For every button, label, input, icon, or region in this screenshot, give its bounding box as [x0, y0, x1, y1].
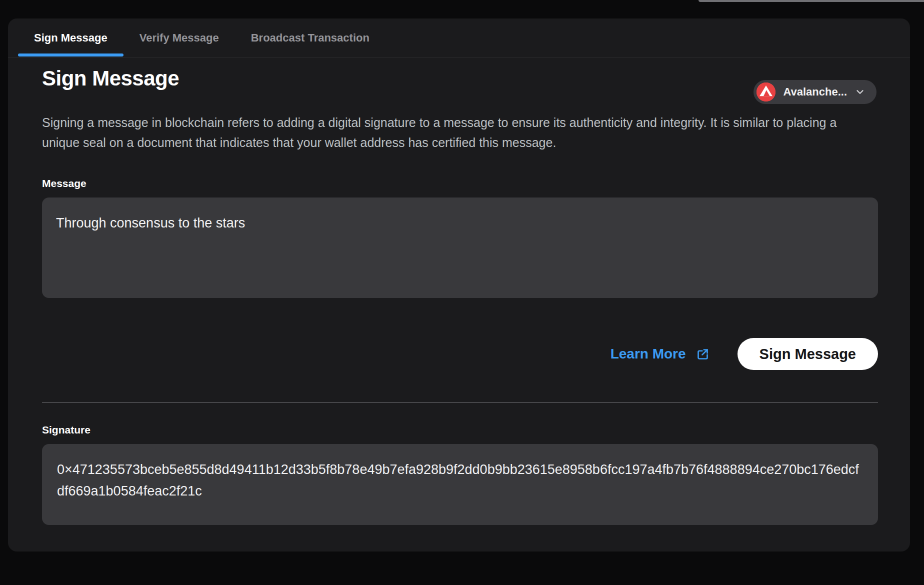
tab-sign-message[interactable]: Sign Message [18, 18, 124, 57]
network-selector[interactable]: Avalanche... [754, 80, 876, 104]
signature-label: Signature [42, 424, 878, 436]
learn-more-label: Learn More [610, 346, 686, 362]
page-title: Sign Message [42, 66, 878, 90]
learn-more-link[interactable]: Learn More [610, 346, 710, 362]
message-input[interactable]: Through consensus to the stars [42, 198, 878, 298]
tab-label: Verify Message [140, 32, 219, 44]
tab-bar: Sign Message Verify Message Broadcast Tr… [8, 18, 910, 58]
avalanche-logo-icon [756, 82, 776, 102]
signature-output[interactable]: 0×471235573bceb5e855d8d49411b12d33b5f8b7… [42, 444, 878, 525]
section-divider [42, 402, 878, 403]
active-tab-indicator [18, 54, 124, 56]
tab-broadcast-transaction[interactable]: Broadcast Transaction [235, 18, 386, 57]
tab-verify-message[interactable]: Verify Message [124, 18, 235, 57]
page-description: Signing a message in blockchain refers t… [42, 112, 876, 152]
tab-label: Sign Message [34, 32, 108, 44]
actions-row: Learn More Sign Message [42, 338, 878, 370]
sign-message-button[interactable]: Sign Message [738, 338, 878, 370]
message-label: Message [42, 178, 878, 190]
sign-message-card: Sign Message Verify Message Broadcast Tr… [8, 18, 910, 552]
window-edge-artifact [698, 0, 924, 2]
external-link-icon [696, 348, 710, 361]
card-content: Sign Message Avalanche... Signing a mess… [8, 58, 910, 552]
network-label: Avalanche... [783, 86, 847, 98]
chevron-down-icon [854, 86, 866, 98]
tab-label: Broadcast Transaction [251, 32, 370, 44]
